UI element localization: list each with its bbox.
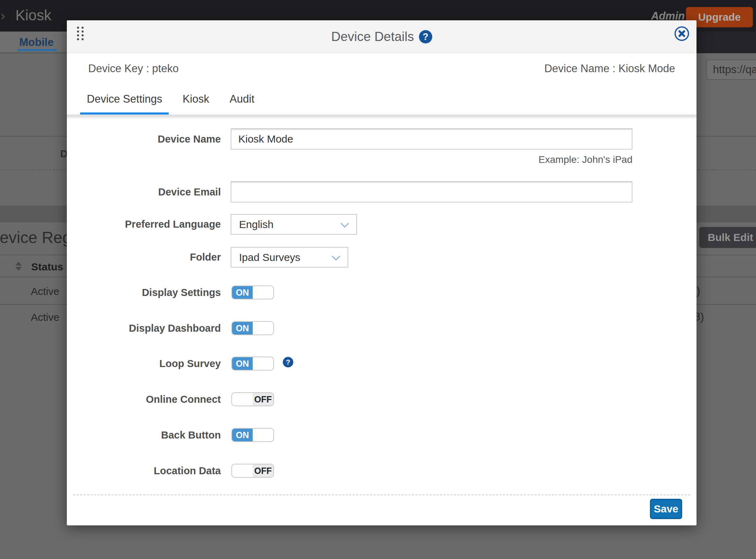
loop-survey-toggle[interactable]: ON [231, 357, 274, 371]
table-row-status: Active [31, 311, 59, 323]
display-settings-toggle[interactable]: ON [231, 285, 274, 299]
tab-mobile[interactable]: Mobile [19, 36, 54, 49]
display-dashboard-label: Display Dashboard [67, 321, 221, 335]
tab-device-settings[interactable]: Device Settings [80, 84, 169, 114]
preferred-language-label: Preferred Language [67, 214, 221, 235]
device-name-input[interactable] [231, 129, 632, 150]
screen: › Kiosk Admin Upgrade Now Mobile https:/… [0, 0, 756, 559]
online-connect-toggle[interactable]: OFF [231, 392, 274, 406]
device-name-text: Device Name : Kiosk Mode [544, 62, 675, 75]
device-details-modal: Device Details ? Device Key : pteko Devi… [67, 20, 696, 525]
footer-dashed-divider [73, 495, 690, 495]
table-row-fragment: ) [696, 284, 700, 297]
title-help-icon[interactable]: ? [419, 30, 432, 43]
close-icon[interactable] [674, 26, 690, 41]
device-email-input[interactable] [231, 181, 632, 202]
device-key-text: Device Key : pteko [88, 62, 178, 75]
topbar-right-extension [696, 32, 756, 53]
modal-title-wrap: Device Details ? [67, 20, 696, 53]
location-data-label: Location Data [67, 464, 221, 478]
modal-header: Device Details ? [67, 20, 696, 53]
folder-value: Ipad Surveys [239, 251, 300, 263]
display-settings-label: Display Settings [67, 285, 221, 299]
page-title: Kiosk [15, 7, 51, 24]
modal-tabbar: Device Settings Kiosk Audit [67, 84, 696, 115]
loop-survey-help-icon[interactable]: ? [283, 357, 293, 367]
sort-icon[interactable] [15, 262, 22, 271]
status-column-header[interactable]: Status [31, 261, 63, 273]
online-connect-label: Online Connect [67, 392, 221, 406]
device-name-label: Device Name [67, 129, 221, 150]
folder-select[interactable]: Ipad Surveys [231, 247, 348, 268]
sort-desc-arrow [15, 267, 22, 271]
device-email-label: Device Email [67, 181, 221, 202]
modal-subheader: Device Key : pteko Device Name : Kiosk M… [67, 53, 696, 84]
sort-asc-arrow [15, 262, 22, 265]
preferred-language-select[interactable]: English [231, 214, 357, 235]
bulk-edit-devices-button[interactable]: Bulk Edit Dev [699, 227, 756, 248]
tab-mobile-underline [18, 49, 57, 51]
chevron-down-icon [340, 222, 349, 228]
table-row-status: Active [31, 285, 59, 297]
folder-label: Folder [67, 247, 221, 268]
location-data-toggle[interactable]: OFF [231, 464, 274, 478]
background-label-fragment: De [60, 148, 67, 160]
loop-survey-label: Loop Survey [67, 357, 221, 371]
display-dashboard-toggle[interactable]: ON [231, 321, 274, 335]
tab-audit[interactable]: Audit [223, 84, 261, 114]
url-input[interactable]: https://qa. [706, 60, 756, 80]
back-button-label: Back Button [67, 428, 221, 442]
tab-kiosk[interactable]: Kiosk [176, 84, 216, 114]
url-input-value: https://qa. [707, 60, 756, 79]
back-button-toggle[interactable]: ON [231, 428, 274, 442]
breadcrumb-chevron-icon: › [1, 8, 5, 23]
device-name-hint: Example: John's iPad [231, 154, 632, 165]
modal-title: Device Details [331, 29, 414, 44]
chevron-down-icon [331, 255, 341, 261]
preferred-language-value: English [239, 219, 273, 230]
save-button[interactable]: Save [650, 499, 682, 519]
